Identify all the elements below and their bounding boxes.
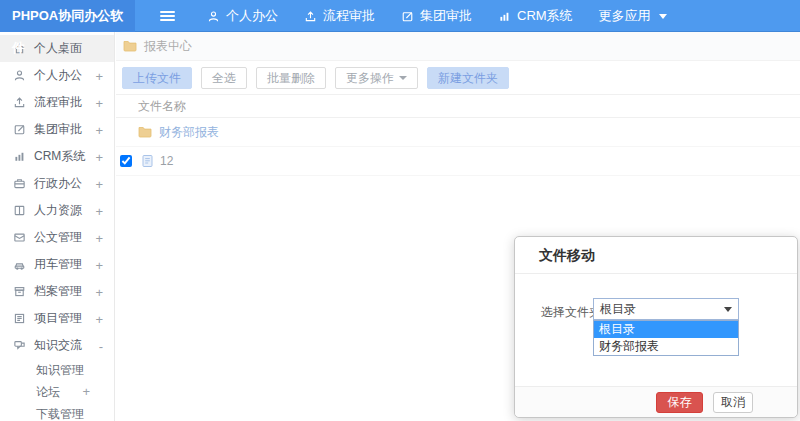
sidebar-item-label: CRM系统 <box>34 148 85 165</box>
nav-label: CRM系统 <box>517 7 573 25</box>
sidebar-subitem-forum[interactable]: 论坛 + <box>0 381 114 403</box>
file-icon <box>141 154 154 168</box>
expand-icon[interactable]: + <box>95 203 103 218</box>
top-header: PHPOA协同办公软件 个人办公 流程审批 集团审批 CRM系统 更多应用 <box>0 0 800 32</box>
chat-icon <box>13 339 26 352</box>
sidebar-item-hr[interactable]: 人力资源 + <box>0 197 114 224</box>
sidebar-item-label: 行政办公 <box>34 175 82 192</box>
archive-icon <box>13 285 26 298</box>
file-name: 12 <box>160 154 173 168</box>
sidebar-subitem-knowledge-mgmt[interactable]: 知识管理 <box>0 359 114 381</box>
collapse-icon[interactable]: - <box>99 338 103 353</box>
save-button[interactable]: 保存 <box>656 392 703 413</box>
mail-icon <box>13 231 26 244</box>
person-icon <box>207 10 220 23</box>
dialog-footer: 保存 取消 <box>515 386 797 417</box>
sidebar-item-knowledge[interactable]: 知识交流 - <box>0 332 114 359</box>
sidebar-item-crm[interactable]: CRM系统 + <box>0 143 114 170</box>
car-icon <box>13 258 26 271</box>
menu-toggle-icon[interactable] <box>160 11 175 22</box>
flow-icon <box>304 10 317 23</box>
file-move-dialog: 文件移动 选择文件夹 根目录 根目录 财务部报表 保存 取消 <box>514 236 798 418</box>
expand-icon[interactable]: + <box>95 257 103 272</box>
table-row[interactable]: 财务部报表 <box>116 118 800 147</box>
select-all-button[interactable]: 全选 <box>201 67 247 89</box>
expand-icon[interactable]: + <box>82 381 90 403</box>
sidebar-item-project[interactable]: 项目管理 + <box>0 305 114 332</box>
sidebar-subitem-label: 下载管理 <box>36 407 84 421</box>
nav-workflow-approval[interactable]: 流程审批 <box>291 0 388 32</box>
project-icon <box>13 312 26 325</box>
nav-group-approval[interactable]: 集团审批 <box>388 0 485 32</box>
more-operations-label: 更多操作 <box>346 68 394 88</box>
batch-delete-button[interactable]: 批量删除 <box>256 67 326 89</box>
briefcase-icon <box>13 177 26 190</box>
sidebar-item-label: 个人桌面 <box>34 40 82 57</box>
edit-icon <box>13 123 26 136</box>
sidebar-item-archive[interactable]: 档案管理 + <box>0 278 114 305</box>
sidebar-item-personal-office[interactable]: 个人办公 + <box>0 62 114 89</box>
folder-select[interactable]: 根目录 <box>593 298 739 320</box>
file-list-header: 文件名称 <box>116 94 800 118</box>
upload-file-button[interactable]: 上传文件 <box>122 67 192 89</box>
expand-icon[interactable]: + <box>95 122 103 137</box>
folder-select-label: 选择文件夹 <box>539 304 601 321</box>
option-root-directory[interactable]: 根目录 <box>594 321 738 338</box>
chevron-down-icon <box>399 76 407 80</box>
person-icon <box>13 69 26 82</box>
sidebar: 个人桌面 个人办公 + 流程审批 + 集团审批 + CRM系统 + 行政办公 +… <box>0 32 115 421</box>
app-logo: PHPOA协同办公软件 <box>0 0 135 32</box>
chevron-down-icon <box>724 307 732 312</box>
nav-label: 个人办公 <box>226 7 278 25</box>
sidebar-item-label: 个人办公 <box>34 67 82 84</box>
chart-icon <box>13 150 26 163</box>
book-icon <box>13 204 26 217</box>
breadcrumb-label: 报表中心 <box>144 38 192 55</box>
nav-more-apps[interactable]: 更多应用 <box>586 0 680 32</box>
file-toolbar: 上传文件 全选 批量删除 更多操作 新建文件夹 <box>116 61 800 94</box>
sidebar-item-workflow[interactable]: 流程审批 + <box>0 89 114 116</box>
expand-icon[interactable]: + <box>95 176 103 191</box>
expand-icon[interactable]: + <box>95 68 103 83</box>
sidebar-item-label: 公文管理 <box>34 229 82 246</box>
expand-icon[interactable]: + <box>95 311 103 326</box>
nav-label: 更多应用 <box>599 7 651 25</box>
dialog-title: 文件移动 <box>515 237 797 274</box>
edit-icon <box>401 10 414 23</box>
sidebar-item-label: 人力资源 <box>34 202 82 219</box>
nav-label: 流程审批 <box>323 7 375 25</box>
sidebar-subitem-download-mgmt[interactable]: 下载管理 <box>0 403 114 421</box>
cancel-button[interactable]: 取消 <box>713 392 753 413</box>
more-operations-button[interactable]: 更多操作 <box>335 67 418 89</box>
sidebar-item-label: 档案管理 <box>34 283 82 300</box>
nav-personal-office[interactable]: 个人办公 <box>194 0 291 32</box>
sidebar-item-vehicle[interactable]: 用车管理 + <box>0 251 114 278</box>
sidebar-item-label: 知识交流 <box>34 337 82 354</box>
sidebar-item-group-approval[interactable]: 集团审批 + <box>0 116 114 143</box>
expand-icon[interactable]: + <box>95 149 103 164</box>
sidebar-item-label: 项目管理 <box>34 310 82 327</box>
sidebar-item-label: 流程审批 <box>34 94 82 111</box>
sidebar-subitem-label: 知识管理 <box>36 363 84 377</box>
folder-link[interactable]: 财务部报表 <box>159 124 219 141</box>
sidebar-item-label: 用车管理 <box>34 256 82 273</box>
table-row[interactable]: 12 <box>116 147 800 176</box>
expand-icon[interactable]: + <box>95 95 103 110</box>
folder-icon <box>138 126 152 138</box>
sidebar-item-admin-office[interactable]: 行政办公 + <box>0 170 114 197</box>
file-checkbox[interactable] <box>120 155 132 167</box>
new-folder-button[interactable]: 新建文件夹 <box>427 67 509 89</box>
expand-icon[interactable]: + <box>95 284 103 299</box>
sidebar-item-label: 集团审批 <box>34 121 82 138</box>
chart-icon <box>498 10 511 23</box>
sidebar-item-documents[interactable]: 公文管理 + <box>0 224 114 251</box>
top-nav: 个人办公 流程审批 集团审批 CRM系统 更多应用 <box>194 0 680 32</box>
option-finance-reports[interactable]: 财务部报表 <box>594 338 738 355</box>
folder-icon <box>123 40 137 52</box>
flow-icon <box>13 96 26 109</box>
chevron-down-icon <box>659 14 667 19</box>
expand-icon[interactable]: + <box>95 230 103 245</box>
breadcrumb: 报表中心 <box>116 32 800 61</box>
nav-crm[interactable]: CRM系统 <box>485 0 586 32</box>
nav-label: 集团审批 <box>420 7 472 25</box>
